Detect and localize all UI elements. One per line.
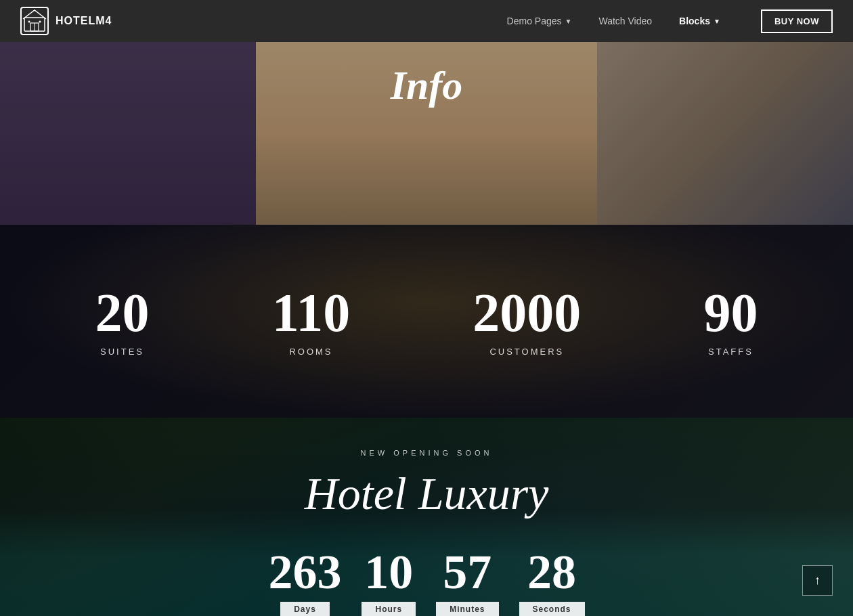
stat-item-rooms: 110 ROOMS [272, 286, 351, 357]
stat-label-rooms: ROOMS [272, 347, 351, 357]
countdown-number-seconds: 28 [527, 548, 576, 596]
scroll-up-icon: ↑ [814, 573, 821, 588]
countdown-subtitle: NEW OPENING SOON [361, 449, 493, 457]
countdown-section: NEW OPENING SOON Hotel Luxury 263 Days 1… [0, 418, 853, 616]
scroll-to-top-button[interactable]: ↑ [802, 565, 833, 596]
countdown-number-hours: 10 [364, 548, 413, 596]
info-section: Info [0, 42, 853, 225]
stat-item-staffs: 90 STAFFS [703, 286, 758, 357]
navbar: HOTELM4 Demo Pages ▼ Watch Video Blocks … [0, 0, 853, 42]
hotel-icon [20, 7, 49, 35]
nav-demo-pages[interactable]: Demo Pages ▼ [507, 16, 572, 26]
stat-number-staffs: 90 [703, 286, 758, 340]
stat-item-customers: 2000 CUSTOMERS [473, 286, 581, 357]
countdown-item-hours: 10 Hours [362, 548, 416, 616]
countdown-item-minutes: 57 Minutes [436, 548, 498, 616]
stat-number-rooms: 110 [272, 286, 351, 340]
nav-watch-video[interactable]: Watch Video [598, 16, 652, 26]
stat-item-suites: 20 SUITES [95, 286, 150, 357]
blocks-caret: ▼ [714, 18, 720, 25]
stat-number-suites: 20 [95, 286, 150, 340]
buy-now-button[interactable]: BUY NOW [761, 9, 833, 33]
stat-number-customers: 2000 [473, 286, 581, 340]
nav-blocks[interactable]: Blocks ▼ [679, 16, 720, 26]
nav-links: Demo Pages ▼ Watch Video Blocks ▼ BUY NO… [507, 9, 833, 33]
countdown-title: Hotel Luxury [305, 467, 549, 521]
demo-pages-caret: ▼ [565, 18, 572, 25]
stat-label-customers: CUSTOMERS [473, 347, 581, 357]
countdown-label-days: Days [280, 602, 330, 616]
countdown-label-seconds: Seconds [519, 602, 585, 616]
countdown-label-minutes: Minutes [436, 602, 498, 616]
countdown-item-days: 263 Days [268, 548, 341, 616]
stat-label-suites: SUITES [95, 347, 150, 357]
info-title: Info [391, 62, 463, 109]
brand-name: HOTELM4 [56, 15, 112, 27]
countdown-number-minutes: 57 [443, 548, 491, 596]
countdown-label-hours: Hours [362, 602, 416, 616]
countdown-number-days: 263 [268, 548, 341, 596]
stat-label-staffs: STAFFS [703, 347, 758, 357]
countdown-item-seconds: 28 Seconds [519, 548, 585, 616]
svg-point-3 [28, 21, 30, 23]
countdown-grid: 263 Days 10 Hours 57 Minutes 28 Seconds [268, 548, 584, 616]
brand-logo[interactable]: HOTELM4 [20, 7, 112, 35]
svg-point-4 [39, 21, 41, 23]
stats-section: 20 SUITES 110 ROOMS 2000 CUSTOMERS 90 ST… [0, 225, 853, 418]
stats-grid: 20 SUITES 110 ROOMS 2000 CUSTOMERS 90 ST… [0, 286, 853, 357]
